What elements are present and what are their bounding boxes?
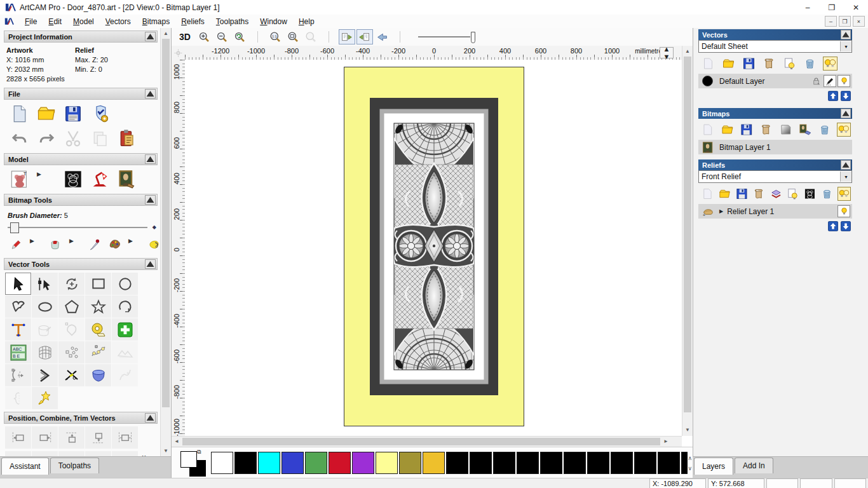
save-icon[interactable] [64,104,83,123]
scroll-up-icon[interactable]: ▲ [161,29,170,38]
redo-icon[interactable] [37,129,56,148]
close-button[interactable]: ✕ [844,1,868,15]
palette-swatch[interactable] [634,452,656,474]
new-document-icon[interactable] [10,104,29,123]
palette-swatch[interactable] [258,452,280,474]
scroll-up-icon[interactable]: ▲ [683,46,692,56]
trim-vectors-icon[interactable] [58,364,85,386]
zoom-11-icon[interactable]: 1:1 [268,29,284,44]
colour-picker-icon[interactable] [89,236,101,253]
arrow-tool-icon[interactable] [32,364,58,386]
vector-sheet-selector[interactable]: Default Sheet ▼ [698,40,852,53]
center-page-icon[interactable] [5,451,31,456]
relief-layer-row[interactable]: + ▶ Relief Layer 1 [698,204,852,219]
collapse-up-icon[interactable] [841,109,851,118]
menu-item[interactable]: Vectors [100,16,137,27]
palette-swatch[interactable] [329,452,351,474]
restore-button[interactable]: ❐ [820,1,844,15]
bulb-icon[interactable] [837,75,850,87]
pen-edit-icon[interactable] [824,75,836,87]
link-colours-icon[interactable]: ⧉ [197,449,201,456]
collapse-up-icon[interactable] [841,30,851,39]
text-tool-icon[interactable] [5,318,31,341]
lock-icon[interactable] [810,75,822,87]
ruler-origin-button[interactable] [172,46,186,60]
scrollbar-thumb[interactable] [162,39,170,407]
flyout-icon[interactable]: ▶ [128,236,140,253]
layer-colour-swatch[interactable] [702,76,713,86]
node-edit-icon[interactable] [32,273,58,295]
palette-swatch[interactable] [281,452,304,474]
relief-selector[interactable]: Front Relief ▼ [698,170,852,183]
palette-swatch[interactable] [658,452,680,474]
load-bitmap-icon[interactable] [117,170,136,189]
rectangle-tool-icon[interactable] [85,273,111,295]
vector-layer-row[interactable]: Default Layer [698,74,852,88]
assistant-tab[interactable]: Toolpaths [50,458,99,473]
measure-tool-icon[interactable] [85,318,111,341]
palette-swatch[interactable] [517,452,539,474]
bulb-page-icon[interactable] [786,187,799,201]
text-block-icon[interactable]: ABCB E [5,341,31,363]
palette-swatch[interactable] [399,452,421,474]
fit-spline-icon[interactable] [112,341,138,363]
greyscale-preview-icon[interactable] [64,170,83,189]
bitmap-contrast-slider[interactable] [418,30,475,43]
palette-swatch[interactable] [352,452,374,474]
menu-item[interactable]: Toolpaths [210,16,254,27]
menu-item[interactable]: Model [67,16,100,27]
scatter-icon[interactable] [85,451,111,456]
assistant-scrollbar[interactable]: ▲ ▼ [160,28,171,456]
spline-gray-icon[interactable] [112,364,138,386]
align-center-icon[interactable] [112,426,138,449]
paint-brush-icon[interactable] [10,236,22,253]
mdi-minimize-button[interactable]: – [825,16,837,27]
zoom-fit-icon[interactable] [285,29,302,44]
paint-bucket-icon[interactable] [50,236,62,253]
flyout-icon[interactable]: ▶ [69,236,81,253]
menu-item[interactable]: Window [254,16,293,27]
fit-points-icon[interactable] [85,341,111,363]
bulbs-icon[interactable] [823,57,837,71]
undo-icon[interactable] [10,129,29,148]
menu-item[interactable]: Reliefs [175,16,210,27]
collapse-up-icon[interactable] [841,160,851,170]
align-bottom-icon[interactable] [85,426,111,449]
palette-swatch[interactable] [564,452,586,474]
flood-fill-icon[interactable] [148,236,160,253]
brush-diameter-slider[interactable]: ◆ [8,222,147,233]
notes-icon[interactable] [117,129,136,148]
minimize-button[interactable]: – [796,1,820,15]
open-folder-s-icon[interactable] [718,187,731,201]
trash-icon[interactable] [818,123,832,137]
paste-icon[interactable] [90,129,109,148]
collapse-up-icon[interactable] [145,89,156,98]
scroll-left-icon[interactable]: ◄ [172,437,181,445]
move-layer-down-button[interactable] [841,221,851,231]
freehand-tool-icon[interactable] [5,295,31,318]
palette-swatch[interactable] [234,452,257,474]
cut-icon[interactable] [64,129,83,148]
save-s-icon[interactable] [742,57,756,71]
page-new-icon[interactable] [701,57,715,71]
zoom-object-icon[interactable] [303,29,320,44]
align-top-icon[interactable] [58,426,85,449]
bulb-icon[interactable] [837,205,850,217]
mirror-profile-icon[interactable] [5,387,31,409]
palette-swatch[interactable] [493,452,515,474]
move-layer-up-button[interactable] [828,221,838,231]
paste-along-curve-icon[interactable] [58,341,85,363]
bitmaps-header[interactable]: Bitmaps [698,108,852,119]
zoom-out-icon[interactable] [214,29,231,44]
expander-icon[interactable]: ▶ [719,208,723,214]
menu-item[interactable]: Help [293,16,320,27]
palette-swatch[interactable] [540,452,562,474]
flyout-icon[interactable]: ▶ [37,170,56,189]
teddy-dark-s-icon[interactable] [803,187,817,201]
model-section-header[interactable]: Model [4,153,158,165]
palette-scroll-down-icon[interactable]: ∨ [688,465,692,471]
mdi-restore-button[interactable]: ❐ [839,16,851,27]
scrollbar-thumb[interactable] [684,57,691,412]
bulb-page-icon[interactable] [782,57,797,71]
lighting-icon[interactable] [90,170,109,189]
